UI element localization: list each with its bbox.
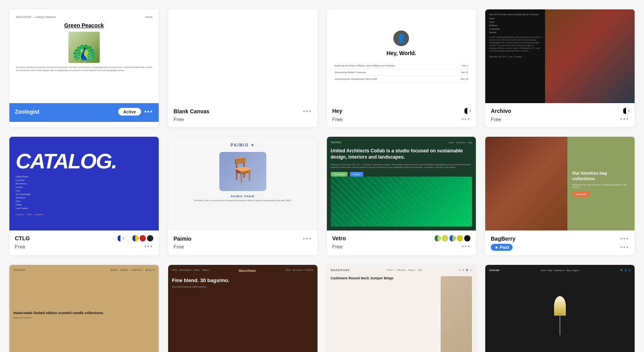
mac-headline: Fine blend. 30 bags/mo. [172, 277, 314, 284]
theme-card-macchiato[interactable]: HomeSubscriptionsShop ▾Pages ▾ Macchiato… [168, 265, 318, 352]
theme-info-hey: Hey Free ••• [327, 103, 476, 127]
paimio-chair-image [219, 152, 266, 191]
ctlg-swatch-5 [147, 235, 153, 241]
archivo-swatch-half [623, 108, 629, 114]
theme-card-ctlg[interactable]: CATALOG. Gandia Blasco Cosentino Porcela… [9, 137, 159, 256]
theme-name-archivo: Archivo [491, 108, 511, 114]
theme-info-blank-canvas: Blank Canvas ••• Free [168, 103, 318, 127]
ctlg-item-2: Cosentino [16, 179, 30, 181]
mac-nav: HomeSubscriptionsShop ▾Pages ▾ Macchiato… [172, 269, 314, 273]
theme-card-bagberry[interactable]: Our timeless bag collections. Designed f… [485, 137, 635, 256]
zoo-bird-image [68, 32, 100, 63]
theme-preview-vetro: VETRO HomeCollectionsBlog United Archite… [327, 137, 476, 230]
theme-preview-zoologist: ZOOLOGIST — Living Creatures Home Green … [9, 9, 159, 103]
zoo-brand: ZOOLOGIST — Living Creatures [16, 16, 56, 18]
theme-card-luminate[interactable]: luminate HomeShopCollections ▾BlogPages … [485, 265, 635, 352]
bag-cta-button[interactable]: Shop to wrap [572, 191, 590, 197]
scent-nav-shop: SHOP [110, 269, 117, 271]
bag-left-image [485, 137, 567, 230]
theme-price-paimio: Free [174, 244, 184, 250]
theme-dots-zoologist[interactable]: ••• [144, 108, 153, 115]
theme-dots-paimio[interactable]: ••• [303, 235, 312, 242]
theme-preview-archivo: May 1973: Girl with a flower, Fountain S… [485, 9, 635, 103]
hey-post-1: Exploring the Power of Music: How It Aff… [335, 63, 468, 69]
zoo-home: Home [145, 16, 152, 18]
themes-grid: ZOOLOGIST — Living Creatures Home Green … [0, 0, 644, 352]
mac-sub: Enjoy fresh & favourite coffee everyday. [172, 286, 314, 288]
scent-brand: SCENTINA [13, 269, 25, 271]
theme-preview-bagberry: Our timeless bag collections. Designed f… [485, 137, 635, 230]
theme-preview-wardrobe: WARDROBE Home ▾CollectionsPages ▾Blog 🔍❤… [327, 265, 476, 352]
theme-card-paimio[interactable]: PAIMIO ✦ PAIMIO CHAIR The Paimio Chair i… [168, 137, 318, 256]
ctlg-item-6: 101 Copenhagen [16, 193, 30, 195]
scent-nav-contact: CONTACT [131, 269, 143, 271]
hey-post-list: Exploring the Power of Music: How It Aff… [335, 63, 468, 82]
ctlg-col-1: Gandia Blasco Cosentino Porcelanosa Cass… [16, 175, 30, 209]
theme-dots-bagberry-bottom[interactable]: ••• [620, 244, 629, 251]
theme-dots-blank-canvas[interactable]: ••• [303, 108, 312, 115]
ctlg-item-1: Gandia Blasco [16, 175, 30, 178]
vetro-swatch-1 [434, 235, 441, 241]
bag-desc: Designed for the style you do life in. E… [572, 184, 630, 188]
theme-name-row-ctlg: CTLG [15, 235, 153, 241]
vetro-image [331, 177, 472, 227]
theme-card-zoologist[interactable]: ZOOLOGIST — Living Creatures Home Green … [9, 9, 159, 127]
lum-nav: luminate HomeShopCollections ▾BlogPages … [489, 269, 631, 272]
theme-dots-vetro[interactable]: ••• [461, 243, 470, 250]
vetro-swatch-5 [464, 235, 470, 241]
arch-date: May 1973: Girl with a flower, Fountain S… [489, 13, 541, 16]
theme-card-vetro[interactable]: VETRO HomeCollectionsBlog United Archite… [327, 137, 476, 256]
paimio-chair-desc: The Paimio Chair is a tour de force in t… [194, 199, 292, 202]
scent-title: Hand-made limited edition scented candle… [13, 311, 155, 315]
theme-card-blank-canvas[interactable]: Blank Canvas ••• Free [168, 9, 318, 127]
ctlg-item-3: Porcelanosa [16, 182, 30, 185]
ward-product-image [441, 276, 472, 352]
theme-name-row-zoologist: Zoologist Active ••• [15, 108, 153, 116]
theme-info-archivo: Archivo Free ••• [485, 103, 635, 127]
mac-logo: Macchiato [239, 269, 256, 273]
ward-text: Cashmere Round Neck Jumper Beige [331, 276, 438, 352]
theme-card-archivo[interactable]: May 1973: Girl with a flower, Fountain S… [485, 9, 635, 127]
theme-preview-luminate: luminate HomeShopCollections ▾BlogPages … [485, 265, 635, 352]
theme-card-scentina[interactable]: SCENTINA SHOP ABOUT CONTACT $0.00 / 0 Ha… [9, 265, 159, 352]
theme-preview-hey: Hey, World. Exploring the Power of Music… [327, 9, 476, 103]
ctlg-swatch-4 [140, 235, 146, 241]
theme-dots-archivo[interactable]: ••• [620, 116, 629, 123]
vetro-swatch-3 [449, 235, 456, 241]
theme-name-bagberry: BagBerry [491, 236, 515, 242]
zoo-header: ZOOLOGIST — Living Creatures Home [16, 16, 152, 18]
vetro-btn-1[interactable]: Our Projects [331, 172, 348, 177]
theme-info-vetro: Vetro Free ••• [327, 230, 476, 255]
bag-right-content: Our timeless bag collections. Designed f… [567, 137, 635, 230]
theme-card-wardrobe[interactable]: WARDROBE Home ▾CollectionsPages ▾Blog 🔍❤… [327, 265, 476, 352]
ward-product-title: Cashmere Round Neck Jumper Beige [331, 276, 438, 281]
ctlg-logo-text: CATALOG. [16, 152, 152, 171]
theme-price-row-paimio: Free [174, 244, 312, 250]
theme-name-vetro: Vetro [332, 235, 346, 241]
hey-avatar [393, 30, 409, 46]
theme-price-ctlg: Free [15, 244, 25, 250]
vetro-btn-2[interactable]: Contact [350, 172, 363, 177]
paimio-brand: PAIMIO ✦ [231, 143, 255, 147]
theme-preview-blank-canvas [168, 9, 318, 103]
theme-name-row-blank-canvas: Blank Canvas ••• [174, 108, 312, 115]
theme-dots-ctlg[interactable]: ••• [144, 243, 153, 250]
theme-name-row-paimio: Paimio ••• [174, 235, 312, 242]
theme-dots-bagberry[interactable]: ••• [620, 235, 629, 242]
vetro-nav: VETRO HomeCollectionsBlog [331, 141, 472, 144]
paimio-chair-subtitle: PAIMIO CHAIR [231, 195, 254, 198]
theme-preview-scentina: SCENTINA SHOP ABOUT CONTACT $0.00 / 0 Ha… [9, 265, 159, 352]
theme-card-hey[interactable]: Hey, World. Exploring the Power of Music… [327, 9, 476, 127]
theme-price-row-bagberry: Paid ••• [491, 244, 629, 251]
arch-right-panel [545, 9, 635, 103]
ctlg-item-8: Cleaf [16, 200, 30, 202]
ward-logo: WARDROBE [331, 269, 350, 272]
theme-dots-hey[interactable]: ••• [461, 116, 470, 123]
theme-name-paimio: Paimio [174, 236, 192, 242]
theme-name-zoologist: Zoologist [15, 109, 39, 115]
hey-swatches [464, 108, 470, 114]
vetro-body-text: Working as a full service firm, UA — C d… [331, 163, 472, 169]
scent-sub: Explore our products → [13, 316, 155, 319]
lum-lamp-image [548, 296, 572, 335]
theme-name-row-bagberry: BagBerry ••• [491, 235, 629, 242]
